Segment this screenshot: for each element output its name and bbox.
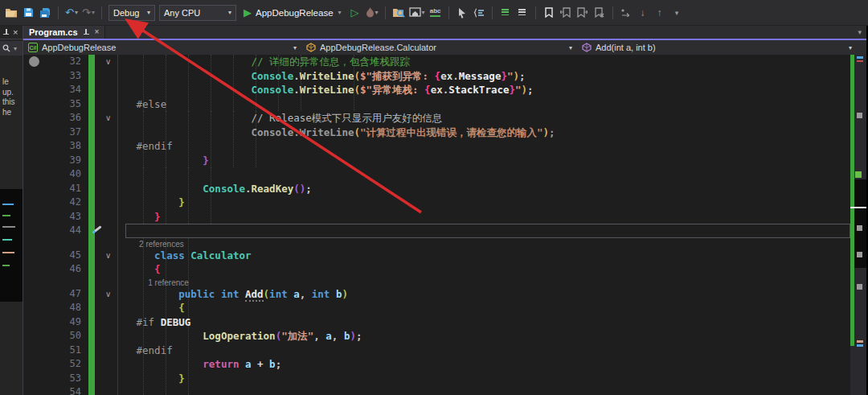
close-icon[interactable]: ×: [95, 28, 100, 36]
code-line[interactable]: 32∨ // 详细的异常信息，包含堆栈跟踪: [23, 55, 850, 69]
code-text[interactable]: [125, 385, 850, 395]
code-line[interactable]: 50 LogOperation("加法", a, b);: [23, 329, 850, 344]
breakpoint-margin[interactable]: [23, 329, 44, 344]
code-text[interactable]: #endif: [125, 344, 850, 358]
code-line[interactable]: 42 }: [23, 195, 850, 210]
start-without-debugging-button[interactable]: ▷: [349, 5, 362, 21]
outlining-margin[interactable]: [95, 83, 125, 97]
outlining-margin[interactable]: ∨: [95, 111, 125, 125]
start-debugging-button[interactable]: ▶ AppDebugRelease ▾: [240, 5, 345, 21]
code-text[interactable]: public int Add(int a, int b): [125, 287, 850, 302]
outlining-margin[interactable]: ∨: [95, 249, 125, 263]
code-line[interactable]: 39 }: [23, 154, 850, 168]
editor-vertical-scrollbar[interactable]: [850, 55, 866, 395]
code-line[interactable]: 33 Console.WriteLine($"捕获到异常: {ex.Messag…: [23, 69, 850, 84]
move-up-icon[interactable]: ↑: [653, 5, 666, 21]
outlining-margin[interactable]: [95, 69, 125, 84]
hot-reload-button[interactable]: ▾: [366, 5, 379, 21]
toggle-bookmark-icon[interactable]: [542, 5, 555, 21]
outlining-margin[interactable]: [95, 139, 125, 154]
code-line[interactable]: 46 {: [23, 262, 850, 277]
code-line[interactable]: 43 }: [23, 210, 850, 224]
project-dropdown[interactable]: C# AppDebugRelease ▾: [23, 40, 301, 55]
codelens-row[interactable]: 2 references: [23, 238, 850, 249]
breakpoint-margin[interactable]: [23, 125, 44, 140]
breakpoint-margin[interactable]: [23, 344, 44, 358]
breakpoint-margin[interactable]: [23, 55, 44, 69]
code-line[interactable]: 52 return a + b;: [23, 357, 850, 372]
code-text[interactable]: class Calculator: [125, 249, 850, 263]
find-in-files-icon[interactable]: [392, 5, 405, 21]
code-text[interactable]: Console.WriteLine($"捕获到异常: {ex.Message}"…: [125, 69, 850, 84]
undo-button[interactable]: ↶▾: [65, 5, 78, 21]
spell-check-icon[interactable]: abc: [429, 5, 442, 21]
pointer-select-icon[interactable]: [456, 5, 469, 21]
close-icon[interactable]: ×: [13, 28, 18, 37]
breakpoint-margin[interactable]: [23, 139, 44, 154]
home-window-icon[interactable]: ▾: [409, 5, 425, 21]
outlining-margin[interactable]: [95, 154, 125, 168]
code-text[interactable]: Console.WriteLine("计算过程中出现错误，请检查您的输入");: [125, 125, 850, 140]
outlining-margin[interactable]: [95, 301, 125, 315]
breakpoint-margin[interactable]: [23, 262, 44, 277]
save-icon[interactable]: [22, 5, 35, 21]
code-line[interactable]: 54: [23, 385, 850, 395]
next-bookmark-icon[interactable]: [576, 5, 589, 21]
outlining-margin[interactable]: [95, 195, 125, 210]
code-text[interactable]: }: [125, 210, 850, 224]
solution-platform-select[interactable]: Any CPU▾: [159, 5, 236, 21]
breakpoint-margin[interactable]: [23, 167, 44, 182]
breakpoint-margin[interactable]: [23, 210, 44, 224]
code-text[interactable]: LogOperation("加法", a, b);: [125, 329, 850, 344]
code-line[interactable]: 48 {: [23, 301, 850, 315]
code-text[interactable]: return a + b;: [125, 357, 850, 372]
breakpoint-margin[interactable]: [23, 97, 44, 112]
previous-bookmark-icon[interactable]: [559, 5, 572, 21]
tab-program-cs[interactable]: Program.cs ×: [23, 26, 105, 39]
code-text[interactable]: #endif: [125, 139, 850, 154]
outlining-margin[interactable]: [95, 125, 125, 140]
navigate-icon[interactable]: [620, 5, 633, 21]
type-dropdown[interactable]: AppDebugRelease.Calculator ▾: [301, 40, 577, 55]
code-text[interactable]: #else: [125, 97, 850, 112]
outlining-margin[interactable]: [95, 315, 125, 330]
pin-icon[interactable]: [83, 29, 90, 36]
breakpoint-margin[interactable]: [23, 315, 44, 330]
code-text[interactable]: {: [125, 262, 850, 277]
outlining-margin[interactable]: [95, 97, 125, 112]
breakpoint-margin[interactable]: [23, 111, 44, 125]
outlining-margin[interactable]: [95, 372, 125, 386]
breakpoint-margin[interactable]: [23, 385, 44, 395]
outlining-margin[interactable]: [95, 329, 125, 344]
increase-indent-icon[interactable]: [516, 5, 529, 21]
breakpoint-margin[interactable]: [23, 195, 44, 210]
code-line[interactable]: 37 Console.WriteLine("计算过程中出现错误，请检查您的输入"…: [23, 125, 850, 140]
breakpoint-margin[interactable]: [23, 154, 44, 168]
panel-search-row[interactable]: ▾: [0, 41, 23, 56]
toolbar-overflow-icon[interactable]: ▾: [670, 5, 683, 21]
solution-configuration-select[interactable]: Debug▾: [108, 5, 155, 21]
code-line[interactable]: 47∨ public int Add(int a, int b): [23, 287, 850, 302]
breakpoint-margin[interactable]: [23, 301, 44, 315]
breakpoint-margin[interactable]: [23, 357, 44, 372]
outlining-margin[interactable]: [95, 357, 125, 372]
outlining-margin[interactable]: [95, 344, 125, 358]
breakpoint-margin[interactable]: [23, 69, 44, 84]
code-line[interactable]: 49 #if DEBUG: [23, 315, 850, 330]
clear-bookmarks-icon[interactable]: [593, 5, 606, 21]
codelens-references[interactable]: 2 references: [130, 240, 184, 249]
code-line[interactable]: 45∨ class Calculator: [23, 249, 850, 263]
code-line[interactable]: 40: [23, 167, 850, 182]
code-text[interactable]: [125, 167, 850, 182]
outlining-margin[interactable]: ∨: [95, 55, 125, 69]
code-text[interactable]: Console.WriteLine($"异常堆栈: {ex.StackTrace…: [125, 83, 850, 97]
move-down-icon[interactable]: ↓: [637, 5, 649, 21]
outlining-margin[interactable]: [95, 182, 125, 196]
code-line[interactable]: 35 #else: [23, 97, 850, 112]
pin-icon[interactable]: [2, 29, 10, 36]
codelens-row[interactable]: 1 reference: [23, 277, 850, 287]
outlining-margin[interactable]: [95, 167, 125, 182]
open-file-icon[interactable]: [5, 5, 18, 21]
tab-list-menu-icon[interactable]: ▾: [858, 28, 862, 36]
code-text[interactable]: // 详细的异常信息，包含堆栈跟踪: [125, 55, 850, 69]
